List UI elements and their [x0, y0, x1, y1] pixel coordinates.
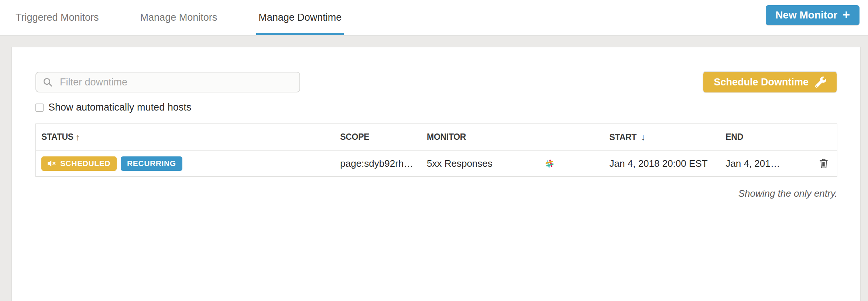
delete-downtime-button[interactable] — [819, 158, 829, 169]
filter-downtime-input[interactable] — [35, 72, 300, 92]
new-monitor-button[interactable]: New Monitor + — [766, 5, 860, 25]
schedule-downtime-button[interactable]: Schedule Downtime — [703, 72, 837, 92]
column-header-monitor[interactable]: MONITOR — [427, 132, 610, 142]
column-header-status[interactable]: STATUS ↑ — [36, 132, 340, 142]
table-summary: Showing the only entry. — [35, 188, 837, 199]
new-monitor-label: New Monitor — [775, 9, 837, 21]
wrench-icon — [815, 77, 826, 88]
show-muted-hosts-label: Show automatically muted hosts — [48, 102, 191, 113]
top-tab-bar: Triggered Monitors Manage Monitors Manag… — [0, 0, 868, 35]
status-badge-label: SCHEDULED — [60, 159, 110, 168]
tab-manage-monitors[interactable]: Manage Monitors — [138, 0, 220, 35]
plus-icon: + — [843, 8, 850, 21]
tab-manage-downtime[interactable]: Manage Downtime — [256, 0, 344, 35]
scope-cell: page:sdyb92rh… — [340, 158, 427, 169]
table-row: SCHEDULED RECURRING page:sdyb92rh… 5xx R… — [36, 150, 837, 176]
column-header-scope[interactable]: SCOPE — [340, 132, 427, 142]
monitor-name: 5xx Responses — [427, 158, 493, 169]
card-content: Schedule Downtime Show automatically mut… — [12, 47, 860, 199]
trash-icon — [819, 158, 829, 169]
show-muted-hosts-checkbox[interactable] — [35, 104, 44, 112]
muted-hosts-row: Show automatically muted hosts — [35, 102, 837, 113]
search-icon — [42, 77, 53, 88]
tab-list: Triggered Monitors Manage Monitors Manag… — [0, 0, 868, 35]
sort-asc-icon: ↑ — [76, 132, 80, 142]
manage-downtime-page: Triggered Monitors Manage Monitors Manag… — [0, 0, 868, 301]
tab-triggered-monitors[interactable]: Triggered Monitors — [13, 0, 101, 35]
column-header-start[interactable]: START ↓ — [610, 132, 726, 142]
table-header-row: STATUS ↑ SCOPE MONITOR START ↓ END — [36, 124, 837, 150]
status-badge-scheduled: SCHEDULED — [41, 156, 117, 171]
mute-icon — [48, 160, 56, 167]
actions-cell — [810, 158, 837, 169]
filter-wrap — [35, 72, 300, 92]
status-badge-recurring: RECURRING — [121, 156, 182, 171]
monitor-cell: 5xx Responses — [427, 158, 610, 169]
downtime-card: Schedule Downtime Show automatically mut… — [11, 47, 861, 301]
start-cell: Jan 4, 2018 20:00 EST — [610, 158, 726, 169]
column-header-end[interactable]: END — [725, 132, 810, 142]
slack-icon — [544, 158, 555, 169]
downtime-table: STATUS ↑ SCOPE MONITOR START ↓ END — [35, 124, 837, 177]
end-cell: Jan 4, 201… — [725, 158, 810, 169]
sort-desc-icon: ↓ — [641, 132, 645, 142]
schedule-downtime-label: Schedule Downtime — [714, 77, 809, 88]
status-badge-label: RECURRING — [127, 159, 176, 168]
status-cell: SCHEDULED RECURRING — [36, 156, 340, 171]
